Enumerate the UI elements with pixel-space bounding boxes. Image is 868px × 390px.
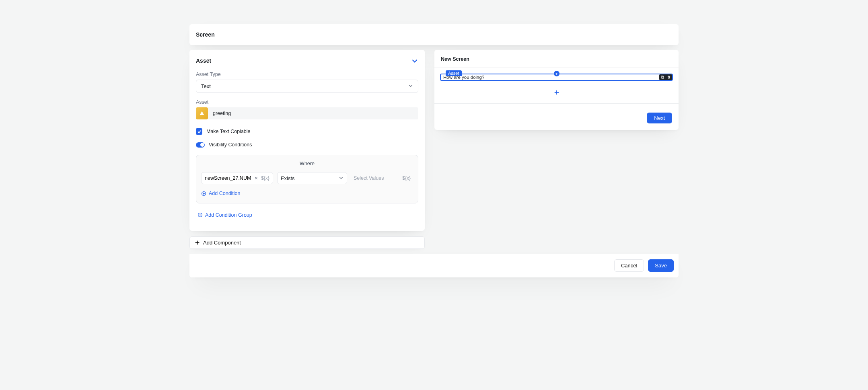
preview-title: New Screen [441, 56, 672, 62]
page-title: Screen [196, 31, 672, 38]
preview-panel: New Screen Asset ＋ How are you doing? [434, 50, 679, 130]
chevron-down-icon [408, 83, 413, 89]
add-condition-button[interactable]: Add Condition [201, 191, 241, 196]
asset-picker[interactable]: greeting [196, 107, 418, 119]
add-component-label: Add Component [203, 240, 241, 246]
svg-rect-9 [661, 76, 663, 78]
component-type-badge: Asset [446, 70, 462, 76]
asset-type-label: Asset Type [196, 72, 418, 77]
make-text-copiable-label: Make Text Copiable [206, 129, 251, 134]
save-button[interactable]: Save [648, 259, 674, 272]
cancel-button[interactable]: Cancel [614, 259, 644, 272]
fx-token-icon[interactable]: ${x} [402, 175, 411, 181]
condition-values-input[interactable]: Select Values ${x} [351, 175, 413, 181]
add-condition-label: Add Condition [209, 191, 241, 196]
asset-panel: Asset Asset Type Text Asset [189, 50, 425, 231]
asset-panel-title: Asset [196, 57, 211, 64]
fx-token-icon[interactable]: ${x} [261, 175, 269, 181]
clear-variable-icon[interactable]: × [254, 175, 259, 181]
asset-type-value: Text [201, 83, 211, 89]
page-header: Screen [189, 24, 679, 45]
preview-canvas: Asset ＋ How are you doing? [434, 68, 679, 104]
delete-icon[interactable] [666, 74, 672, 80]
insert-above-button[interactable]: ＋ [554, 71, 559, 76]
condition-values-placeholder: Select Values [354, 175, 384, 181]
condition-variable-input[interactable]: × ${x} [201, 172, 273, 184]
asset-thumbnail [196, 107, 208, 119]
chevron-down-icon[interactable] [411, 57, 418, 64]
footer-bar: Cancel Save [189, 254, 679, 277]
condition-operator-value: Exists [281, 175, 295, 181]
add-condition-group-label: Add Condition Group [205, 212, 252, 218]
chevron-down-icon [339, 175, 343, 181]
add-condition-group-button[interactable]: Add Condition Group [197, 212, 252, 218]
condition-variable-field[interactable] [205, 175, 251, 181]
make-text-copiable-checkbox[interactable] [196, 128, 202, 135]
svg-rect-8 [662, 76, 664, 78]
visibility-conditions-label: Visibility Conditions [209, 142, 252, 148]
asset-type-select[interactable]: Text [196, 80, 418, 93]
asset-name: greeting [213, 111, 231, 116]
visibility-conditions-toggle[interactable] [196, 142, 205, 148]
asset-picker-label: Asset [196, 99, 418, 105]
conditions-where-label: Where [201, 161, 413, 166]
preview-component[interactable]: Asset ＋ How are you doing? [440, 74, 673, 81]
next-button[interactable]: Next [647, 113, 672, 123]
insert-below-button[interactable] [440, 90, 673, 95]
condition-operator-select[interactable]: Exists [277, 172, 347, 184]
add-component-button[interactable]: Add Component [189, 236, 425, 249]
conditions-box: Where × ${x} Exists [196, 155, 418, 203]
duplicate-icon[interactable] [659, 74, 666, 80]
